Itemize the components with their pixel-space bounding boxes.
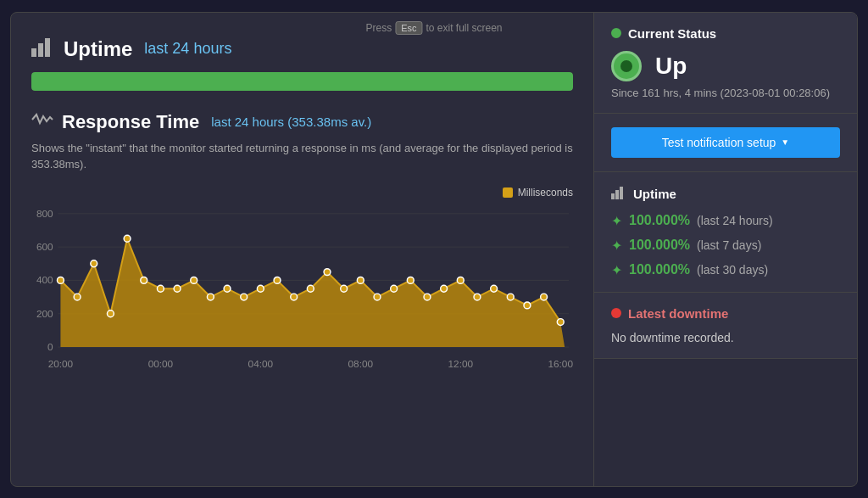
svg-text:12:00: 12:00 [448,357,474,368]
svg-point-23 [207,294,214,300]
svg-point-44 [557,318,564,325]
svg-rect-51 [611,193,615,199]
svg-marker-13 [60,238,565,347]
stat-period-24h: (last 24 hours) [697,214,772,227]
latest-downtime-title: Latest downtime [628,306,728,321]
uptime-title: Uptime [64,37,132,61]
test-notification-button[interactable]: Test notification setup ▼ [611,127,840,158]
svg-point-41 [507,294,514,300]
legend-color-dot [503,187,513,198]
press-text: Press [365,22,392,34]
svg-text:08:00: 08:00 [348,357,374,368]
svg-rect-53 [620,187,623,199]
svg-rect-1 [38,43,43,57]
svg-point-35 [407,277,414,283]
svg-point-33 [374,294,381,300]
status-dot-red [611,308,621,318]
current-status-title: Current Status [628,26,716,41]
svg-text:400: 400 [36,274,53,285]
no-downtime-message: No downtime recorded. [611,331,840,344]
svg-point-34 [391,285,398,292]
response-desc: Shows the "instant" that the monitor sta… [31,140,573,173]
up-icon-inner [620,60,632,72]
svg-point-42 [524,301,531,308]
status-dot-active [611,28,621,38]
response-header: Response Time last 24 hours (353.38ms av… [31,111,573,133]
svg-point-22 [191,277,198,283]
svg-point-27 [274,277,281,283]
uptime-stats-section: Uptime ✦ 100.000% (last 24 hours) ✦ 100.… [594,172,857,293]
green-star-icon-7d: ✦ [611,238,622,254]
uptime-subtitle: last 24 hours [144,40,231,58]
exit-text: to exit full screen [426,22,502,34]
uptime-bar-icon [611,186,626,203]
svg-rect-52 [615,190,619,199]
response-title: Response Time [62,111,199,133]
esc-badge: Esc [395,21,422,35]
response-subtitle: last 24 hours (353.38ms av.) [211,115,371,129]
chart-legend-label: Milliseconds [518,187,573,199]
svg-text:00:00: 00:00 [148,357,174,368]
svg-point-28 [291,294,298,300]
stat-period-7d: (last 7 days) [697,238,761,252]
since-text: Since 161 hrs, 4 mins (2023-08-01 00:28:… [611,87,840,99]
svg-point-21 [174,285,181,292]
svg-point-20 [157,285,164,292]
svg-point-29 [307,285,314,292]
progress-bar-fill [31,72,573,91]
svg-point-31 [341,285,348,292]
test-btn-label: Test notification setup [662,136,776,149]
stat-percent-30d: 100.000% [629,262,690,277]
svg-text:800: 800 [36,207,53,218]
fullscreen-hint: Press Esc to exit full screen [365,21,502,35]
uptime-side-title: Uptime [633,187,676,201]
stat-percent-24h: 100.000% [629,213,690,228]
uptime-stat-row-30d: ✦ 100.000% (last 30 days) [611,262,840,278]
svg-point-16 [91,260,97,266]
bar-chart-icon [31,36,55,62]
svg-text:20:00: 20:00 [48,357,74,368]
svg-text:04:00: 04:00 [248,357,274,368]
svg-point-30 [324,268,331,275]
svg-point-36 [424,294,431,300]
up-status-row: Up [611,51,840,81]
main-panel: Uptime last 24 hours Response Time last … [11,13,594,486]
svg-text:16:00: 16:00 [548,357,573,368]
test-notification-section: Test notification setup ▼ [594,114,857,172]
chart-svg: 800 600 400 200 0 [31,202,573,389]
svg-rect-2 [45,38,50,57]
up-status-text: Up [655,53,687,80]
current-status-title-row: Current Status [611,26,840,41]
chart-wrapper: Milliseconds 800 600 400 200 0 [31,187,573,389]
svg-point-37 [441,285,448,292]
response-icon [31,111,53,132]
uptime-stat-row-7d: ✦ 100.000% (last 7 days) [611,238,840,254]
stat-percent-7d: 100.000% [629,238,690,253]
svg-point-40 [491,285,498,292]
svg-rect-0 [31,48,36,57]
side-panel: Current Status Up Since 161 hrs, 4 mins … [594,13,857,486]
svg-point-24 [224,285,231,292]
uptime-side-title-row: Uptime [611,186,840,203]
svg-point-39 [474,294,481,300]
stat-period-30d: (last 30 days) [697,263,768,277]
svg-point-32 [357,277,364,283]
green-star-icon-30d: ✦ [611,262,622,278]
svg-point-43 [541,294,548,300]
svg-text:600: 600 [36,241,53,252]
chart-legend: Milliseconds [31,187,573,199]
svg-point-14 [57,277,64,283]
svg-point-18 [124,235,131,242]
uptime-header: Uptime last 24 hours [31,36,573,62]
latest-downtime-section: Latest downtime No downtime recorded. [594,293,857,359]
uptime-stat-row-24h: ✦ 100.000% (last 24 hours) [611,213,840,229]
svg-point-38 [457,277,464,283]
green-star-icon-24h: ✦ [611,213,622,229]
main-container: Press Esc to exit full screen Uptime las… [10,12,858,487]
svg-point-17 [107,310,114,316]
svg-point-25 [241,294,248,300]
svg-text:200: 200 [36,307,53,318]
svg-point-19 [141,277,147,283]
svg-point-26 [257,285,264,292]
uptime-progress-bar [31,72,573,91]
